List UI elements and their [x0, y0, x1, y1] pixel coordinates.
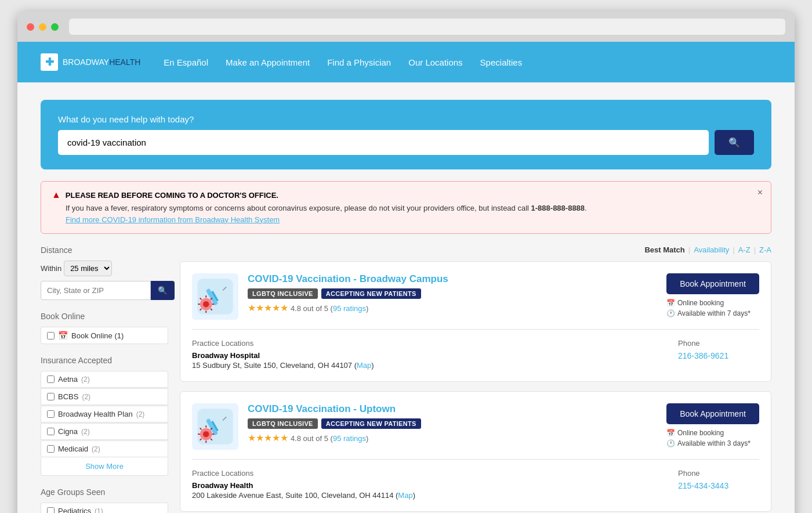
- stars-2: ★★★★★: [248, 433, 288, 443]
- location-col-2: Practice Locations Broadway Health 200 L…: [192, 469, 666, 500]
- cigna-checkbox[interactable]: [47, 428, 55, 435]
- insurance-filter-list: Aetna (2) BCBS (2) Broadway Health Plan: [41, 371, 168, 457]
- phone-col-2: Phone 215-434-3443: [678, 469, 759, 500]
- insurance-bcbs[interactable]: BCBS (2): [41, 388, 168, 405]
- pediatrics-checkbox[interactable]: [47, 507, 55, 513]
- aetna-checkbox[interactable]: [47, 375, 55, 383]
- distance-select[interactable]: 25 miles 5 miles 10 miles 50 miles: [64, 261, 112, 276]
- ratings-link-1[interactable]: 95 ratings: [333, 304, 366, 313]
- card-title-2[interactable]: COVID-19 Vaccination - Uptown: [248, 403, 657, 415]
- age-filter-list: Pediatrics (1): [41, 503, 168, 513]
- card-divider-2: [192, 459, 759, 460]
- location-name-2: Broadway Health: [192, 481, 666, 490]
- alert-close-button[interactable]: ×: [757, 187, 763, 198]
- search-section: What do you need help with today? 🔍: [41, 100, 771, 169]
- age-pediatrics[interactable]: Pediatrics (1): [41, 503, 168, 513]
- bcbs-checkbox[interactable]: [47, 393, 55, 400]
- show-more-button[interactable]: Show More: [41, 457, 168, 476]
- search-button[interactable]: 🔍: [715, 130, 754, 155]
- browser-toolbar: [17, 12, 795, 42]
- rating-row-2: ★★★★★ 4.8 out of 5 (95 ratings): [248, 432, 657, 443]
- insurance-section: Insurance Accepted Aetna (2) BCBS (2): [41, 356, 168, 476]
- location-search-button[interactable]: 🔍: [151, 281, 175, 300]
- logo-icon: ✚: [41, 53, 58, 71]
- phone-number-2[interactable]: 215-434-3443: [678, 481, 728, 490]
- card-badges-2: LGBTQ INCLUSIVE ACCEPTING NEW PATIENTS: [248, 418, 657, 429]
- alert-banner: × ▲ PLEASE READ BEFORE COMING TO A DOCTO…: [41, 181, 771, 234]
- result-card-1: COVID-19 Vaccination - Broadway Campus L…: [180, 261, 771, 382]
- card-image-2: [192, 403, 238, 450]
- browser-maximize-btn[interactable]: [51, 23, 59, 31]
- sort-best-match: Best Match: [644, 245, 684, 254]
- location-input[interactable]: [41, 281, 151, 300]
- insurance-medicaid[interactable]: Medicaid (2): [41, 440, 168, 457]
- medicaid-checkbox[interactable]: [47, 445, 55, 453]
- search-input[interactable]: [58, 130, 709, 155]
- browser-close-btn[interactable]: [27, 23, 34, 31]
- logo[interactable]: ✚ BROADWAYHEALTH: [41, 53, 140, 71]
- ratings-link-2[interactable]: 95 ratings: [333, 434, 366, 443]
- calendar-icon-1: 📅: [666, 299, 675, 307]
- book-appointment-button-1[interactable]: Book Appointment: [666, 273, 759, 294]
- sidebar: Distance Within 25 miles 5 miles 10 mile…: [41, 245, 168, 513]
- sort-z-a[interactable]: Z-A: [759, 245, 771, 254]
- nav-link-locations[interactable]: Our Locations: [408, 57, 462, 67]
- nav-link-espanol[interactable]: En Español: [164, 57, 208, 67]
- calendar-icon: 📅: [58, 331, 68, 340]
- location-name-1: Broadway Hospital: [192, 351, 666, 360]
- insurance-cigna[interactable]: Cigna (2): [41, 423, 168, 440]
- phone-header-2: Phone: [678, 469, 759, 478]
- online-booking-2: 📅 Online booking: [666, 429, 759, 437]
- card-actions-1: Book Appointment 📅 Online booking 🕐 Avai…: [666, 273, 759, 317]
- insurance-broadway-health-plan[interactable]: Broadway Health Plan (2): [41, 406, 168, 422]
- book-online-filter[interactable]: 📅 Book Online (1): [41, 327, 168, 344]
- card-info-2: COVID-19 Vaccination - Uptown LGBTQ INCL…: [248, 403, 657, 443]
- map-link-1[interactable]: Map: [357, 361, 371, 370]
- location-header-2: Practice Locations: [192, 469, 666, 478]
- phone-header-1: Phone: [678, 339, 759, 348]
- badge-accepting-2: ACCEPTING NEW PATIENTS: [321, 418, 421, 429]
- distance-section: Distance Within 25 miles 5 miles 10 mile…: [41, 245, 168, 300]
- book-appointment-button-2[interactable]: Book Appointment: [666, 403, 759, 424]
- location-header-1: Practice Locations: [192, 339, 666, 348]
- clock-icon-1: 🕐: [666, 309, 675, 317]
- phone-col-1: Phone 216-386-9621: [678, 339, 759, 370]
- browser-minimize-btn[interactable]: [39, 23, 46, 31]
- within-label: Within: [41, 264, 61, 273]
- card-image-1: [192, 273, 238, 320]
- result-card-2: COVID-19 Vaccination - Uptown LGBTQ INCL…: [180, 391, 771, 512]
- location-input-row: 🔍: [41, 281, 168, 300]
- rating-text-1: 4.8 out of 5 (95 ratings): [291, 304, 368, 313]
- card-actions-2: Book Appointment 📅 Online booking 🕐 Avai…: [666, 403, 759, 447]
- rating-text-2: 4.8 out of 5 (95 ratings): [291, 434, 368, 443]
- map-link-2[interactable]: Map: [398, 491, 412, 500]
- card-top-1: COVID-19 Vaccination - Broadway Campus L…: [192, 273, 759, 320]
- nav-link-specialties[interactable]: Specialties: [480, 57, 523, 67]
- nav-link-physician[interactable]: Find a Physician: [327, 57, 391, 67]
- main-content: What do you need help with today? 🔍 × ▲ …: [17, 82, 795, 513]
- sort-availability[interactable]: Availability: [694, 245, 729, 254]
- broadway-health-plan-checkbox[interactable]: [47, 410, 55, 418]
- sort-a-z[interactable]: A-Z: [738, 245, 751, 254]
- card-title-1[interactable]: COVID-19 Vaccination - Broadway Campus: [248, 273, 657, 285]
- card-bottom-1: Practice Locations Broadway Hospital 15 …: [192, 339, 759, 370]
- nav-link-appointment[interactable]: Make an Appointment: [226, 57, 310, 67]
- card-info-1: COVID-19 Vaccination - Broadway Campus L…: [248, 273, 657, 313]
- vaccine-icon-1: [195, 276, 235, 317]
- clock-icon-2: 🕐: [666, 439, 675, 447]
- nav-links: En Español Make an Appointment Find a Ph…: [164, 57, 522, 67]
- alert-triangle-icon: ▲: [52, 190, 61, 200]
- search-row: 🔍: [58, 130, 754, 155]
- browser-address-bar[interactable]: [69, 19, 785, 35]
- badge-lgbtq-2: LGBTQ INCLUSIVE: [248, 418, 318, 429]
- alert-link[interactable]: Find more COVID-19 information from Broa…: [66, 215, 280, 224]
- rating-row-1: ★★★★★ 4.8 out of 5 (95 ratings): [248, 302, 657, 313]
- badge-lgbtq-1: LGBTQ INCLUSIVE: [248, 288, 318, 299]
- age-groups-section: Age Groups Seen Pediatrics (1): [41, 487, 168, 513]
- available-text-2: 🕐 Available within 3 days*: [666, 439, 759, 447]
- insurance-aetna[interactable]: Aetna (2): [41, 371, 168, 388]
- online-booking-1: 📅 Online booking: [666, 299, 759, 307]
- phone-number-1[interactable]: 216-386-9621: [678, 351, 728, 360]
- book-online-checkbox[interactable]: [47, 332, 55, 339]
- vaccine-icon-2: [195, 406, 235, 447]
